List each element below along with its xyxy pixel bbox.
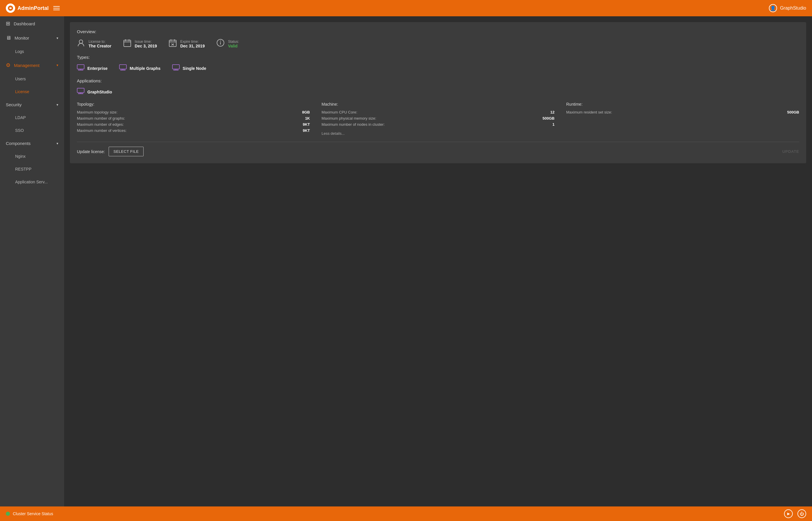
topology-row-3-label: Maximum number of vertices: [77, 128, 127, 133]
license-to-item: License to: The Creator [77, 39, 112, 49]
sidebar-item-monitor[interactable]: 🖥 Monitor ▾ [0, 31, 64, 45]
svg-rect-2 [124, 40, 131, 47]
machine-col: Machine: Maximum CPU Core: 12 Maximum ph… [322, 102, 554, 136]
types-row: Enterprise Multiple Graphs [77, 64, 799, 72]
sidebar-item-license[interactable]: License [0, 85, 64, 98]
header-left: AdminPortal [6, 3, 60, 13]
enterprise-icon [77, 64, 85, 72]
sidebar-item-appserv[interactable]: Application Serv... [0, 176, 64, 188]
topology-row-2: Maximum number of edges: 9KT [77, 122, 310, 127]
svg-rect-9 [120, 70, 126, 70]
type-single-node: Single Node [172, 64, 206, 72]
svg-rect-6 [77, 65, 84, 69]
runtime-title: Runtime: [566, 102, 799, 107]
hamburger-menu[interactable] [53, 6, 60, 10]
sidebar-label-restpp: RESTPP [15, 167, 31, 172]
svg-rect-10 [172, 65, 179, 69]
sidebar-label-logs: Logs [15, 49, 24, 54]
status-item: Status: Valid [216, 39, 239, 49]
topology-row-2-label: Maximum number of edges: [77, 122, 124, 127]
expire-time-label: Expire time: [180, 40, 205, 44]
sidebar-item-logs[interactable]: Logs [0, 45, 64, 58]
topology-row-3: Maximum number of vertices: 9KT [77, 128, 310, 133]
play-icon: ▶ [787, 512, 790, 516]
update-button[interactable]: UPDATE [782, 149, 799, 154]
topology-title: Topology: [77, 102, 310, 107]
single-node-icon [172, 64, 180, 72]
bottom-actions: ▶ ⏻ [784, 509, 806, 518]
status-text: Status: Valid [228, 40, 239, 48]
svg-rect-11 [173, 70, 178, 70]
license-to-text: License to: The Creator [89, 40, 112, 48]
expire-time-text: Expire time: Dec 31, 2019 [180, 40, 205, 48]
sidebar-label-appserv: Application Serv... [15, 180, 48, 184]
monitor-icon: 🖥 [6, 35, 11, 41]
sidebar-label-ldap: LDAP [15, 115, 26, 120]
power-button[interactable]: ⏻ [797, 509, 806, 518]
runtime-row-0-value: 500GB [787, 110, 799, 114]
logo-icon [6, 3, 15, 13]
svg-point-5 [220, 41, 221, 42]
sidebar-label-dashboard: Dashboard [14, 21, 35, 26]
topology-row-1: Maximum number of graphs: 1K [77, 116, 310, 120]
sidebar-label-sso: SSO [15, 128, 24, 133]
sidebar-label-components: Components [6, 141, 30, 146]
topology-row-1-label: Maximum number of graphs: [77, 116, 125, 120]
dashboard-icon: ⊞ [6, 20, 10, 27]
runtime-row-0: Maximum resident set size: 500GB [566, 110, 799, 114]
bottom-bar: Cluster Service Status ▶ ⏻ [0, 506, 812, 521]
sidebar-label-monitor: Monitor [15, 36, 29, 41]
logo-portal: Portal [34, 5, 49, 11]
person-icon [77, 39, 85, 49]
license-to-value: The Creator [89, 44, 112, 48]
sidebar-item-dashboard[interactable]: ⊞ Dashboard [0, 16, 64, 31]
sidebar-item-ldap[interactable]: LDAP [0, 111, 64, 124]
issue-time-text: Issue time: Dec 3, 2019 [135, 40, 157, 48]
sidebar-item-restpp[interactable]: RESTPP [0, 163, 64, 176]
update-row: Update license: SELECT FILE UPDATE [77, 142, 799, 156]
topology-col: Topology: Maximum topology size: 8GB Max… [77, 102, 310, 136]
security-chevron-icon: ▾ [57, 103, 58, 107]
components-chevron-icon: ▾ [57, 141, 58, 145]
content-area: Overview: License to: The Creator [64, 16, 812, 506]
topology-row-1-value: 1K [305, 116, 310, 120]
sidebar-item-components[interactable]: Components ▾ [0, 137, 64, 150]
expire-time-value: Dec 31, 2019 [180, 44, 205, 48]
sidebar-item-management[interactable]: ⚙ Management ▾ [0, 58, 64, 72]
sidebar-label-license: License [15, 89, 29, 94]
update-left: Update license: SELECT FILE [77, 147, 144, 156]
type-single-node-label: Single Node [183, 66, 206, 71]
sidebar-item-security[interactable]: Security ▾ [0, 98, 64, 111]
license-card: Overview: License to: The Creator [70, 22, 806, 163]
machine-row-0-value: 12 [550, 110, 554, 114]
sidebar-label-nginx: Nginx [15, 154, 26, 159]
runtime-col: Runtime: Maximum resident set size: 500G… [566, 102, 799, 136]
play-button[interactable]: ▶ [784, 509, 793, 518]
sidebar-item-users[interactable]: Users [0, 72, 64, 85]
topology-row-0-value: 8GB [302, 110, 310, 114]
status-label: Status: [228, 40, 239, 44]
management-chevron-icon: ▾ [57, 63, 58, 67]
multiple-graphs-icon [119, 64, 127, 72]
detail-section: Topology: Maximum topology size: 8GB Max… [77, 102, 799, 136]
management-icon: ⚙ [6, 62, 10, 68]
less-details-link[interactable]: Less details... [322, 131, 345, 136]
info-row: License to: The Creator Issue time: [77, 39, 799, 49]
issue-time-label: Issue time: [135, 40, 157, 44]
expire-time-item: Expire time: Dec 31, 2019 [169, 39, 205, 49]
machine-row-2-label: Maximum number of nodes in cluster: [322, 122, 385, 127]
calendar-x-icon [169, 39, 177, 49]
types-label: Types: [77, 55, 799, 60]
cluster-status: Cluster Service Status [6, 512, 53, 516]
type-multiple-graphs-label: Multiple Graphs [130, 66, 160, 71]
sidebar-item-nginx[interactable]: Nginx [0, 150, 64, 163]
sidebar: ⊞ Dashboard 🖥 Monitor ▾ Logs ⚙ Managemen… [0, 16, 64, 506]
select-file-button[interactable]: SELECT FILE [109, 147, 144, 156]
sidebar-label-security: Security [6, 102, 22, 107]
machine-row-0: Maximum CPU Core: 12 [322, 110, 554, 114]
sidebar-item-sso[interactable]: SSO [0, 124, 64, 137]
sidebar-label-users: Users [15, 76, 26, 81]
type-enterprise: Enterprise [77, 64, 108, 72]
topology-row-2-value: 9KT [303, 122, 310, 127]
main-layout: ⊞ Dashboard 🖥 Monitor ▾ Logs ⚙ Managemen… [0, 16, 812, 506]
